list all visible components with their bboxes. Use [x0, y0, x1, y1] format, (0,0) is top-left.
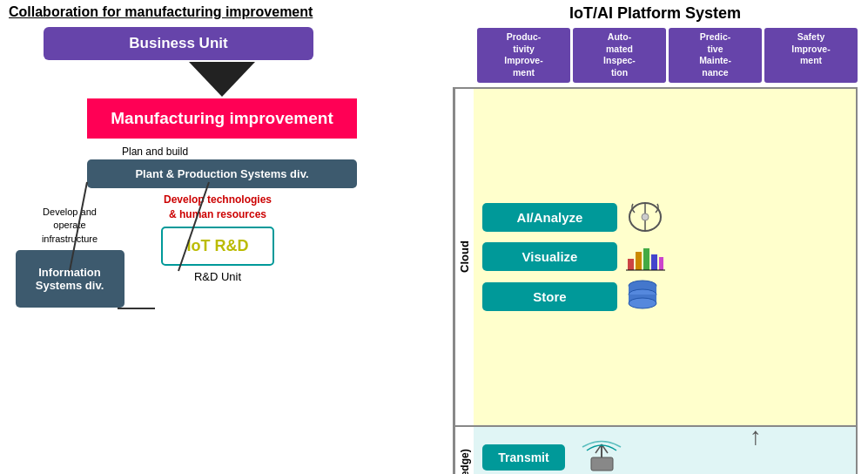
- iot-rd-col: Develop technologies& human resources Io…: [148, 193, 287, 283]
- arrow-down-icon: [189, 62, 255, 97]
- left-panel: Collaboration for manufacturing improvem…: [9, 4, 435, 308]
- factory-label: Factory (edge): [454, 427, 474, 474]
- cap-predictive: Predic-tiveMainte-nance: [669, 28, 762, 83]
- iot-rd-box: IoT R&D: [161, 227, 274, 266]
- dev-operate-label: Develop andoperateinfrastructure: [42, 206, 98, 246]
- up-arrow-icon: ↑: [750, 423, 762, 450]
- svg-point-5: [642, 213, 649, 220]
- brain-icon: [626, 200, 665, 234]
- cloud-label: Cloud: [454, 89, 474, 425]
- transmit-row: Transmit: [482, 440, 847, 474]
- database-icon: [626, 279, 659, 314]
- svg-rect-9: [651, 254, 657, 270]
- svg-rect-17: [591, 457, 613, 471]
- plant-box: Plant & Production Systems div.: [87, 159, 357, 188]
- chart-icon: [626, 241, 665, 272]
- left-content: Business Unit Manufacturing improvement …: [9, 27, 435, 308]
- factory-content: Transmit Collect: [474, 427, 856, 474]
- ai-analyze-btn: AI/Analyze: [482, 203, 617, 232]
- info-systems-col: Develop andoperateinfrastructure Informa…: [9, 206, 131, 308]
- cloud-store-row: Store: [482, 279, 847, 314]
- router-icon: [578, 440, 626, 474]
- cap-automated: Auto-matedInspec-tion: [573, 28, 666, 83]
- rd-unit-label: R&D Unit: [194, 270, 241, 283]
- iot-title: IoT/AI Platform System: [453, 4, 858, 23]
- svg-rect-8: [643, 248, 649, 270]
- bottom-row: Develop andoperateinfrastructure Informa…: [9, 193, 435, 308]
- cloud-ai-row: AI/Analyze: [482, 200, 847, 234]
- cap-safety: SafetyImprove-ment: [764, 28, 858, 83]
- cloud-visualize-row: Visualize: [482, 241, 847, 272]
- factory-section: Factory (edge) Transmit: [453, 427, 858, 474]
- dev-tech-label: Develop technologies& human resources: [164, 193, 272, 222]
- info-systems-box: Information Systems div.: [16, 250, 124, 308]
- collab-title: Collaboration for manufacturing improvem…: [9, 4, 435, 20]
- svg-point-16: [629, 298, 656, 308]
- plan-build-label: Plan and build: [122, 146, 188, 158]
- cap-productivity: Produc-tivityImprove-ment: [477, 28, 570, 83]
- right-panel: IoT/AI Platform System Produc-tivityImpr…: [453, 4, 858, 474]
- cloud-section: Cloud AI/Analyze: [454, 89, 856, 427]
- mfg-improvement-box: Manufacturing improvement: [87, 98, 357, 139]
- main-bordered: Cloud AI/Analyze: [453, 87, 858, 427]
- cloud-content: AI/Analyze Visualize: [474, 89, 856, 425]
- svg-rect-7: [636, 252, 642, 270]
- capabilities-row: Produc-tivityImprove-ment Auto-matedInsp…: [477, 28, 858, 83]
- transmit-btn: Transmit: [482, 444, 565, 471]
- page: Collaboration for manufacturing improvem…: [0, 0, 868, 474]
- svg-rect-10: [659, 257, 663, 270]
- business-unit-box: Business Unit: [44, 27, 313, 60]
- visualize-btn: Visualize: [482, 242, 617, 271]
- store-btn: Store: [482, 282, 617, 311]
- svg-rect-6: [628, 259, 634, 270]
